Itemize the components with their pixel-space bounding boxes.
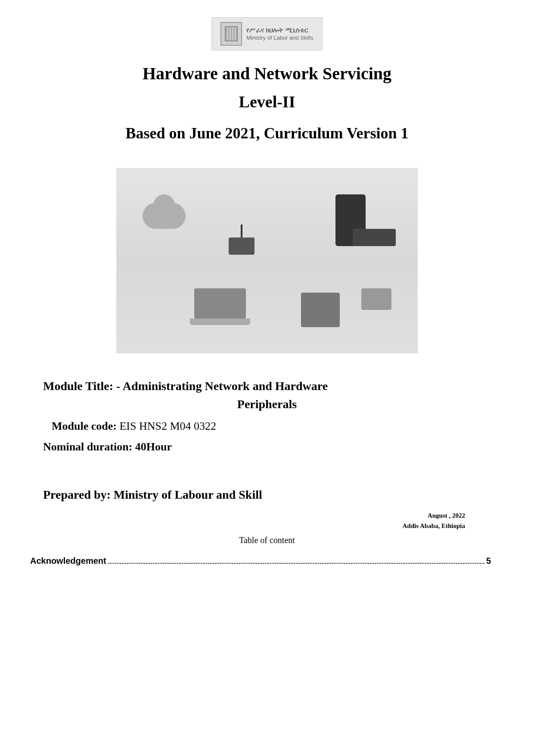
access-point-icon xyxy=(229,237,255,255)
logo-text-english: Ministry of Labor and Skills xyxy=(246,34,313,42)
tablet-icon xyxy=(361,288,391,310)
module-code: Module code: EIS HNS2 M04 0322 xyxy=(52,420,491,433)
module-code-value: EIS HNS2 M04 0322 xyxy=(119,420,216,432)
module-title-prefix: Module Title: - xyxy=(43,379,123,393)
emblem-icon xyxy=(220,22,242,46)
nominal-duration: Nominal duration: 40Hour xyxy=(43,440,491,453)
hero-network-illustration xyxy=(116,168,418,353)
toc-item-label: Acknowledgement xyxy=(30,556,106,566)
document-date: August , 2022 xyxy=(43,510,465,521)
prepared-by: Prepared by: Ministry of Labour and Skil… xyxy=(43,488,491,502)
toc-heading: Table of content xyxy=(43,535,491,545)
toc-item: Acknowledgement 5 xyxy=(30,556,491,566)
desktop-icon xyxy=(301,293,340,327)
logo-text-amharic: የሥራና ክህሎት ሚኒስቴር xyxy=(246,26,313,34)
module-title-line1: Module Title: - Administrating Network a… xyxy=(43,379,491,393)
module-title-text1: Administrating Network and Hardware xyxy=(123,379,328,393)
module-code-label: Module code: xyxy=(52,420,119,432)
document-location: Addis Ababa, Ethiopia xyxy=(43,521,465,531)
toc-dots xyxy=(108,563,484,564)
duration-value: 40Hour xyxy=(135,440,172,453)
document-meta: August , 2022 Addis Ababa, Ethiopia xyxy=(43,510,465,531)
modem-icon xyxy=(353,229,396,246)
ministry-logo: የሥራና ክህሎት ሚኒስቴር Ministry of Labor and Sk… xyxy=(211,17,322,50)
logo-text: የሥራና ክህሎት ሚኒስቴር Ministry of Labor and Sk… xyxy=(246,26,313,41)
module-title-line2: Peripherals xyxy=(43,397,491,411)
document-title-line1: Hardware and Network Servicing xyxy=(43,63,491,84)
duration-label: Nominal duration: xyxy=(43,440,135,453)
toc-item-page: 5 xyxy=(486,556,491,566)
laptop-icon xyxy=(194,288,246,319)
cloud-icon xyxy=(143,203,186,229)
document-title-line3: Based on June 2021, Curriculum Version 1 xyxy=(43,124,491,142)
logo-container: የሥራና ክህሎት ሚኒስቴር Ministry of Labor and Sk… xyxy=(43,17,491,50)
document-title-line2: Level-II xyxy=(43,92,491,111)
